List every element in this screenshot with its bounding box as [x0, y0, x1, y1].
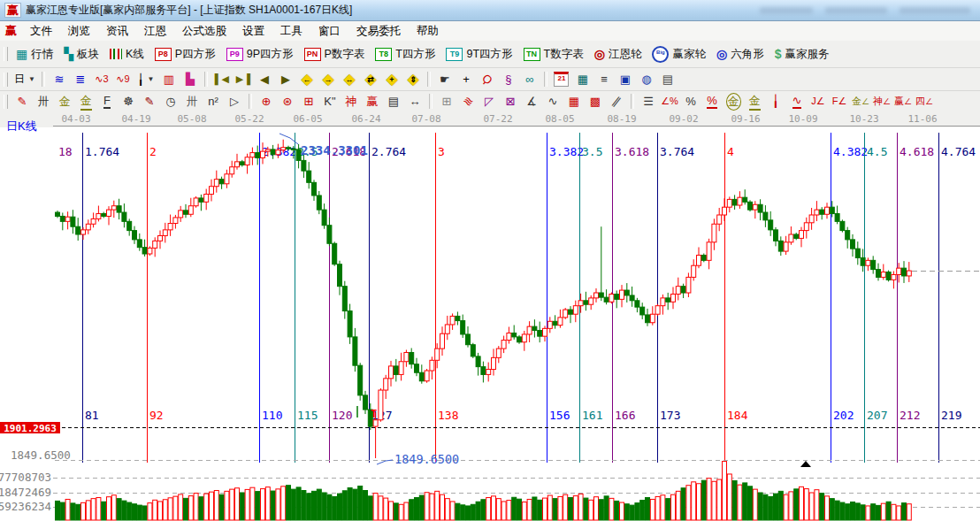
kline-chart[interactable]: 181.764812922.3821102.51152.6181202.7641… [0, 128, 980, 521]
magic-tool-button[interactable]: § [498, 71, 519, 88]
compress-horizontal-button[interactable]: ◆⇄ [360, 71, 381, 88]
fan-lines-tool[interactable]: ≋ [457, 93, 479, 110]
prev-bar-button[interactable]: ◀ [254, 71, 275, 88]
wave-9-icon[interactable]: ∿9 [112, 71, 134, 88]
menu-item-10[interactable]: 帮助 [409, 22, 447, 41]
p-square-button[interactable]: P8P四方形 [150, 45, 222, 64]
width-measure-tool[interactable]: ↔ [404, 93, 425, 110]
menu-item-8[interactable]: 窗口 [310, 22, 348, 41]
shen-grid-tool[interactable]: 神 [341, 93, 362, 110]
first-bar-button[interactable]: ▌◀ [211, 71, 233, 88]
overview-window-icon[interactable]: ≋ [49, 71, 70, 88]
winner-service-button[interactable]: $赢家服务 [770, 45, 836, 64]
candle-body [743, 197, 747, 202]
hexagon-button[interactable]: ◎六角形 [712, 45, 770, 64]
radial-web-tool[interactable]: ⊛ [277, 93, 298, 110]
menu-item-5[interactable]: 公式选股 [174, 22, 234, 41]
toolbar-grip[interactable] [4, 73, 8, 87]
menu-item-2[interactable]: 浏览 [60, 22, 98, 41]
toolbar-grip[interactable] [4, 95, 8, 109]
winner-wheel-button[interactable]: Big赢家轮 [647, 44, 712, 65]
circle-cross-tool[interactable]: ⊕ [256, 93, 277, 110]
k-quote-tool[interactable]: K" [319, 93, 341, 110]
cross-box-tool[interactable]: ⊠ [500, 93, 521, 110]
wave-tool[interactable]: ∿ [542, 93, 563, 110]
percent-tool[interactable]: % [680, 93, 701, 110]
calendar-button[interactable]: 21 [551, 71, 572, 88]
price-levels-tool[interactable]: ☰ [638, 93, 659, 110]
menu-item-9[interactable]: 交易委托 [348, 22, 409, 41]
ying-angle-tool[interactable]: 赢∠ [892, 93, 914, 110]
expand-vertical-button[interactable]: ◆⇕ [402, 71, 424, 88]
draw-pen-tool[interactable]: ✎ [11, 93, 33, 110]
pan-hand-button[interactable]: ☛ [434, 71, 456, 88]
si-angle-tool[interactable]: 四∠ [914, 93, 935, 110]
parallel-lines-tool[interactable]: ∥ [606, 93, 627, 110]
next-bar-button[interactable]: ▶ [275, 71, 296, 88]
n-square-tool[interactable]: n² [203, 93, 224, 110]
color-chart-icon[interactable]: ▙ [180, 71, 201, 88]
fibonacci-grid-tool[interactable]: F [96, 93, 118, 110]
notes-button[interactable]: ≡ [593, 71, 615, 88]
print-button[interactable]: ▤ [657, 71, 678, 88]
f-angle-tool[interactable]: F∠ [829, 93, 850, 110]
zoom-all-button[interactable]: ◆+ [381, 71, 402, 88]
gann-wheel-button[interactable]: ◎江恩轮 [590, 45, 648, 64]
quotes-button[interactable]: ▦行情 [11, 45, 59, 64]
last-bar-button[interactable]: ▶▐ [233, 71, 254, 88]
time-ruler-tool[interactable]: 卅 [181, 93, 203, 110]
frame-tool[interactable]: ⊞ [436, 93, 457, 110]
9t-square-button[interactable]: T99T四方形 [441, 45, 518, 64]
wave-channel-tool[interactable]: ∿ [786, 93, 808, 110]
ying-grid-tool[interactable]: 赢 [362, 93, 383, 110]
menu-item-4[interactable]: 江恩 [136, 22, 174, 41]
shift-right-button[interactable]: ◆→ [318, 71, 339, 88]
menu-item-3[interactable]: 资讯 [98, 22, 136, 41]
ruler-123-tool[interactable]: ▤ [383, 93, 404, 110]
wave-3-icon[interactable]: ∿3 [91, 71, 112, 88]
crosshair-button[interactable]: + [456, 71, 477, 88]
binoculars-button[interactable]: ∞ [519, 71, 540, 88]
candle-style-button[interactable]: ╽▼ [134, 71, 158, 88]
network-save-button[interactable]: ◍ [636, 71, 657, 88]
expand-horizontal-button[interactable]: ◆↔ [339, 71, 360, 88]
percent-lines-tool[interactable]: % [701, 93, 723, 110]
9p-square-button[interactable]: P99P四方形 [222, 45, 300, 64]
gold-circle-tool[interactable]: 金 [723, 93, 744, 110]
gold-ratio-grid2-tool[interactable]: 金 [75, 93, 96, 110]
time-circle-tool[interactable]: ◷ [160, 93, 181, 110]
menu-item-7[interactable]: 工具 [272, 22, 310, 41]
zoom-button[interactable]: Ϙ [477, 71, 498, 88]
sectors-button[interactable]: ▚板块 [59, 45, 105, 64]
grid-dots-tool[interactable]: ▦ [563, 93, 585, 110]
grid-chart-tool[interactable]: ▩ [585, 93, 606, 110]
percent-angle-tool[interactable]: ∠% [659, 93, 680, 110]
gold-angle-tool[interactable]: 金∠ [850, 93, 871, 110]
fan-box-tool[interactable]: ◸ [479, 93, 500, 110]
toolbar-grip[interactable] [4, 47, 8, 61]
kline-button[interactable]: K线 [105, 45, 150, 64]
gann-time-grid-tool[interactable]: 卅 [33, 93, 54, 110]
angle-lines-tool[interactable]: ∡ [521, 93, 542, 110]
menu-item-6[interactable]: 设置 [234, 22, 272, 41]
shift-left-button[interactable]: ◆← [296, 71, 318, 88]
t-square-button[interactable]: T8T四方形 [371, 45, 441, 64]
spiral-tool[interactable]: ☸ [118, 93, 139, 110]
gold-lines-tool[interactable]: 金 [744, 93, 765, 110]
knife-tool[interactable]: ✎ [139, 93, 160, 110]
gold-ratio-grid-tool[interactable]: 金 [54, 93, 75, 110]
save-button[interactable]: ▣ [615, 71, 636, 88]
pattern-icon[interactable]: ▥ [158, 71, 180, 88]
period-day-button[interactable]: 日▼ [11, 71, 38, 88]
shen-angle-tool[interactable]: 神∠ [871, 93, 892, 110]
angle-flag-tool[interactable]: ▷ [224, 93, 245, 110]
candle-body [153, 241, 157, 248]
candle-mark-tool[interactable]: ╽ [765, 93, 786, 110]
square-web-tool[interactable]: ⊞ [298, 93, 319, 110]
t-number-table-button[interactable]: TNT数字表 [519, 45, 590, 64]
p-number-table-button[interactable]: PNP数字表 [300, 45, 371, 64]
calculator-button[interactable]: ▦ [572, 71, 593, 88]
j-angle-tool[interactable]: J∠ [808, 93, 829, 110]
menu-item-1[interactable]: 文件 [22, 22, 60, 41]
info-panel-icon[interactable]: ≣ [70, 71, 91, 88]
